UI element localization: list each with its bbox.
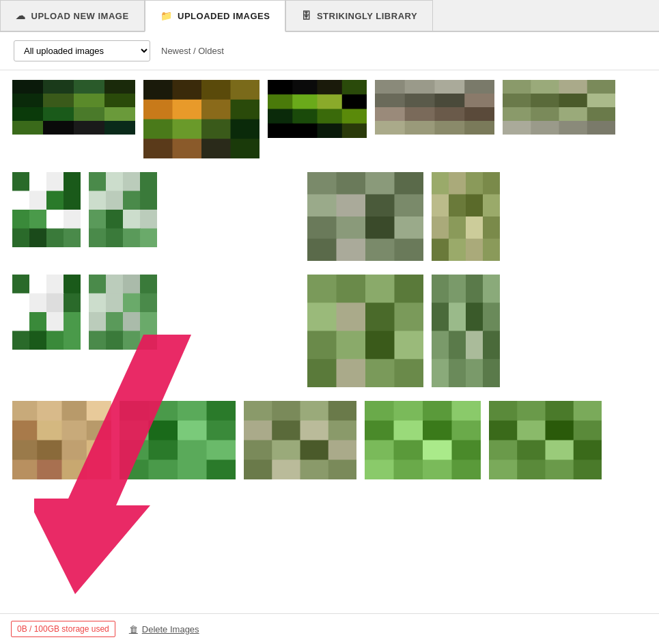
thumbnail-canvas-7 — [89, 172, 157, 247]
image-thumbnail-18[interactable] — [488, 400, 603, 481]
thumbnail-canvas-6 — [12, 172, 81, 247]
image-thumbnail-6[interactable] — [11, 171, 82, 262]
thumbnail-canvas-3 — [268, 80, 367, 138]
storage-badge: 0B / 100GB storage used — [11, 621, 115, 637]
tab-upload-new[interactable]: ☁ UPLOAD NEW IMAGE — [0, 0, 145, 31]
thumbnail-canvas-15 — [120, 401, 236, 479]
thumbnail-canvas-18 — [489, 401, 602, 479]
image-thumbnail-9[interactable] — [430, 171, 501, 262]
image-thumbnail-8[interactable] — [306, 171, 425, 262]
image-thumbnail-16[interactable] — [242, 400, 358, 481]
filter-bar: All uploaded images Used images Unused i… — [0, 32, 659, 70]
sort-links: Newest / Oldest — [161, 46, 224, 56]
thumbnail-canvas-2 — [143, 80, 260, 158]
image-thumbnail-11[interactable] — [87, 273, 158, 389]
image-thumbnail-17[interactable] — [363, 400, 482, 481]
thumbnail-canvas-9 — [432, 172, 500, 261]
thumbnail-canvas-8 — [307, 172, 423, 261]
thumbnail-canvas-14 — [12, 401, 111, 479]
delete-images-button[interactable]: 🗑 Delete Images — [129, 624, 199, 634]
tab-strikingly-library[interactable]: 🗄 STRIKINGLY LIBRARY — [285, 0, 433, 31]
thumbnail-canvas-12 — [307, 275, 423, 387]
image-thumbnail-2[interactable] — [142, 79, 261, 160]
filter-select[interactable]: All uploaded images Used images Unused i… — [14, 40, 150, 61]
image-grid — [0, 70, 659, 494]
image-thumbnail-14[interactable] — [11, 400, 113, 481]
upload-icon: ☁ — [16, 10, 26, 21]
image-thumbnail-5[interactable] — [501, 79, 617, 160]
tab-bar: ☁ UPLOAD NEW IMAGE 📁 UPLOADED IMAGES 🗄 S… — [0, 0, 659, 32]
image-thumbnail-15[interactable] — [118, 400, 237, 481]
image-thumbnail-12[interactable] — [306, 273, 425, 389]
image-thumbnail-4[interactable] — [374, 79, 496, 160]
trash-icon: 🗑 — [129, 624, 138, 634]
thumbnail-canvas-1 — [12, 80, 135, 135]
thumbnail-canvas-13 — [432, 275, 500, 387]
thumbnail-canvas-11 — [89, 275, 157, 350]
folder-icon: 📁 — [160, 10, 173, 21]
image-thumbnail-3[interactable] — [266, 79, 368, 160]
library-icon: 🗄 — [301, 10, 311, 21]
thumbnail-canvas-10 — [12, 275, 81, 350]
image-thumbnail-10[interactable] — [11, 273, 82, 389]
image-thumbnail-13[interactable] — [430, 273, 501, 389]
sort-oldest-link[interactable]: Oldest — [198, 46, 224, 56]
thumbnail-canvas-17 — [365, 401, 481, 479]
thumbnail-canvas-16 — [244, 401, 356, 479]
footer-bar: 0B / 100GB storage used 🗑 Delete Images — [0, 613, 659, 644]
thumbnail-canvas-4 — [375, 80, 494, 135]
thumbnail-canvas-5 — [503, 80, 615, 135]
image-thumbnail-1[interactable] — [11, 79, 137, 160]
sort-newest-link[interactable]: Newest — [161, 46, 191, 56]
tab-uploaded-images[interactable]: 📁 UPLOADED IMAGES — [145, 0, 286, 32]
image-thumbnail-7[interactable] — [87, 171, 158, 262]
